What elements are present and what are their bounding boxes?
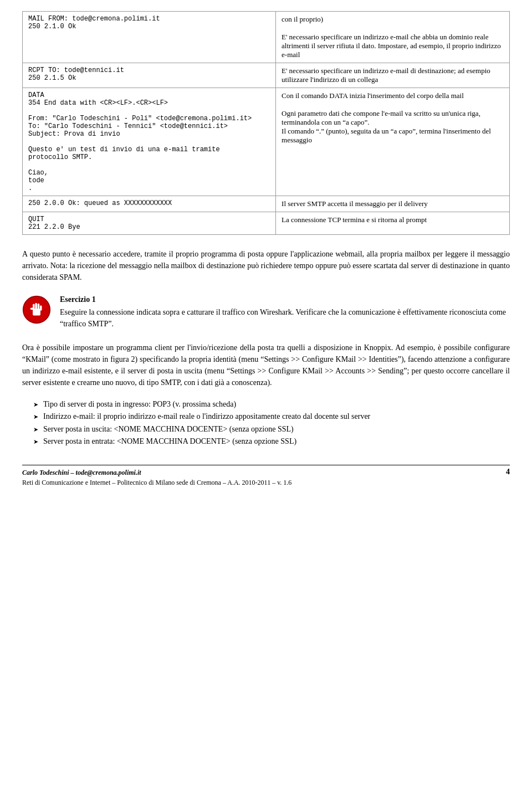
list-item: Indirizzo e-mail: il proprio indirizzo e… [33,411,510,423]
exercise-title: Esercizio 1 [60,295,510,304]
smtp-command-rcpt-to: RCPT TO: tode@tennici.it 250 2.1.5 Ok [23,63,276,88]
smtp-explanation-queued: Il server SMTP accetta il messaggio per … [276,196,510,212]
footer-left: Carlo Todeschini – tode@cremona.polimi.i… [22,468,291,488]
svg-rect-3 [35,303,37,311]
table-row: 250 2.0.0 Ok: queued as XXXXXXXXXXXX Il … [23,196,510,212]
list-item: Server posta in entrata: <NOME MACCHINA … [33,435,510,448]
exercise-body: Eseguire la connessione indicata sopra e… [60,306,510,330]
footer-page-number: 4 [506,468,510,476]
footer-course: Reti di Comunicazione e Internet – Polit… [22,479,291,486]
paragraph-before-list: Ora è possibile impostare un programma c… [22,342,510,388]
exercise-text-block: Esercizio 1 Eseguire la connessione indi… [60,295,510,330]
table-row: MAIL FROM: tode@cremona.polimi.it 250 2.… [23,12,510,63]
list-item: Tipo di server di posta in ingresso: POP… [33,398,510,411]
svg-rect-4 [38,304,39,311]
smtp-explanation-rcpt-to: E' necessario specificare un indirizzo e… [276,63,510,88]
exercise-block: Esercizio 1 Eseguire la connessione indi… [22,295,510,330]
footer-author: Carlo Todeschini – tode@cremona.polimi.i… [22,469,141,476]
smtp-explanation-mail-from: con il proprio)E' necessario specificare… [276,12,510,63]
svg-rect-6 [30,308,34,310]
smtp-command-mail-from: MAIL FROM: tode@cremona.polimi.it 250 2.… [23,12,276,63]
table-row: RCPT TO: tode@tennici.it 250 2.1.5 Ok E'… [23,63,510,88]
table-row: QUIT 221 2.2.0 Bye La connessione TCP te… [23,212,510,235]
list-item: Server posta in uscita: <NOME MACCHINA D… [33,423,510,435]
smtp-command-quit: QUIT 221 2.2.0 Bye [23,212,276,235]
smtp-explanation-quit: La connessione TCP termina e si ritorna … [276,212,510,235]
bullet-list: Tipo di server di posta in ingresso: POP… [22,398,510,448]
smtp-table: MAIL FROM: tode@cremona.polimi.it 250 2.… [22,11,510,235]
paragraph-after-table: A questo punto è necessario accedere, tr… [22,248,510,283]
page-footer: Carlo Todeschini – tode@cremona.polimi.i… [22,465,510,488]
smtp-explanation-data: Con il comando DATA inizia l'inserimento… [276,88,510,196]
table-row: DATA 354 End data with <CR><LF>.<CR><LF>… [23,88,510,196]
smtp-command-data: DATA 354 End data with <CR><LF>.<CR><LF>… [23,88,276,196]
smtp-command-queued: 250 2.0.0 Ok: queued as XXXXXXXXXXXX [23,196,276,212]
stop-hand-icon [22,295,51,324]
page-content: MAIL FROM: tode@cremona.polimi.it 250 2.… [0,0,532,499]
svg-rect-5 [40,305,42,311]
